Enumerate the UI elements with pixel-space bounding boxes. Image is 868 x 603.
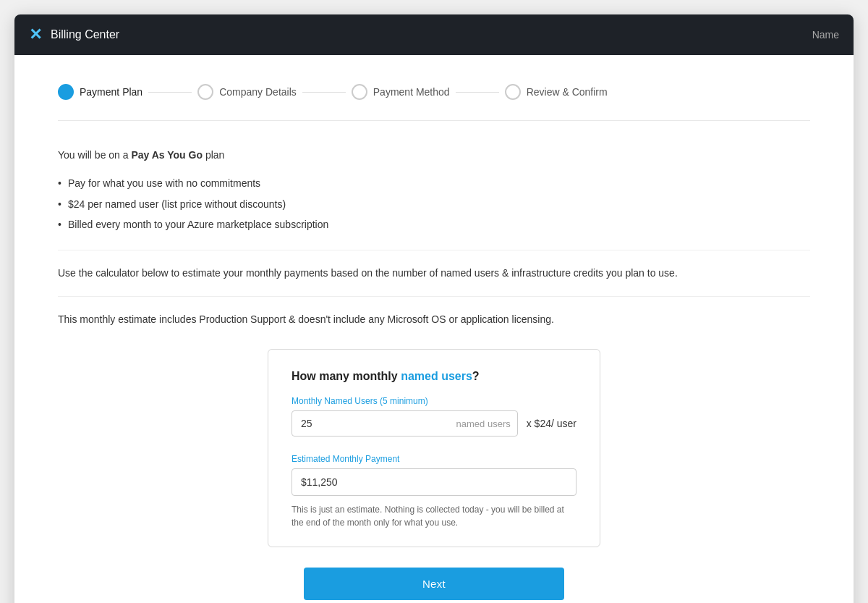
step-label-payment-plan: Payment Plan [80, 86, 142, 98]
plan-name: Pay As You Go [131, 149, 203, 161]
step-circle-review-confirm [505, 84, 521, 100]
header-left: ✕ Billing Center [29, 27, 119, 43]
bullet-1: Pay for what you use with no commitments [58, 173, 810, 193]
plan-intro-prefix: You will be on a [58, 149, 131, 161]
calc-desc-1: Use the calculator below to estimate you… [58, 265, 810, 282]
plan-bullets: Pay for what you use with no commitments… [58, 173, 810, 235]
stepper: Payment Plan Company Details Payment Met… [58, 84, 810, 121]
named-users-row: named users x $24/ user [292, 410, 576, 437]
calculator-desc-section: Use the calculator below to estimate you… [58, 265, 810, 298]
close-icon[interactable]: ✕ [29, 27, 42, 43]
bullet-3: Billed every month to your Azure marketp… [58, 214, 810, 235]
estimated-label: Estimated Monthly Payment [292, 454, 576, 464]
app-title: Billing Center [51, 28, 119, 41]
next-button-wrapper: Next [58, 568, 810, 603]
user-name: Name [812, 29, 839, 41]
plan-intro-suffix: plan [203, 149, 224, 161]
calculator-card: How many monthly named users? Monthly Na… [268, 349, 600, 547]
calc-question-prefix: How many monthly [292, 370, 401, 382]
step-label-company-details: Company Details [219, 86, 297, 98]
bullet-2: $24 per named user (list price without d… [58, 194, 810, 214]
step-label-payment-method: Payment Method [373, 86, 450, 98]
named-users-label: Monthly Named Users (5 minimum) [292, 396, 576, 406]
step-payment-method[interactable]: Payment Method [352, 84, 450, 100]
step-separator-1 [148, 92, 192, 93]
step-separator-2 [302, 92, 346, 93]
estimated-payment-input[interactable] [292, 468, 576, 496]
step-separator-3 [456, 92, 499, 93]
step-circle-payment-method [352, 84, 367, 100]
named-users-input-wrapper: named users [292, 410, 518, 437]
main-window: ✕ Billing Center Name Payment Plan Compa… [14, 14, 854, 603]
calc-desc-2-wrapper: This monthly estimate includes Productio… [58, 311, 810, 329]
named-users-suffix: named users [456, 418, 511, 429]
step-circle-company-details [197, 84, 213, 100]
step-payment-plan[interactable]: Payment Plan [58, 84, 142, 100]
calc-question-suffix: ? [472, 370, 480, 382]
step-label-review-confirm: Review & Confirm [527, 86, 608, 98]
step-company-details[interactable]: Company Details [197, 84, 297, 100]
calc-question-highlight: named users [401, 370, 472, 382]
calc-desc-2: This monthly estimate includes Productio… [58, 311, 810, 329]
page-content: Payment Plan Company Details Payment Met… [14, 55, 854, 603]
step-review-confirm[interactable]: Review & Confirm [505, 84, 608, 100]
calc-question: How many monthly named users? [292, 370, 576, 383]
next-button[interactable]: Next [304, 568, 564, 600]
header: ✕ Billing Center Name [14, 14, 854, 55]
price-multiplier: x $24/ user [527, 418, 576, 429]
plan-intro-section: You will be on a Pay As You Go plan Pay … [58, 147, 810, 250]
estimate-note: This is just an estimate. Nothing is col… [292, 503, 576, 529]
step-circle-payment-plan [58, 84, 74, 100]
plan-intro-text: You will be on a Pay As You Go plan [58, 147, 810, 163]
